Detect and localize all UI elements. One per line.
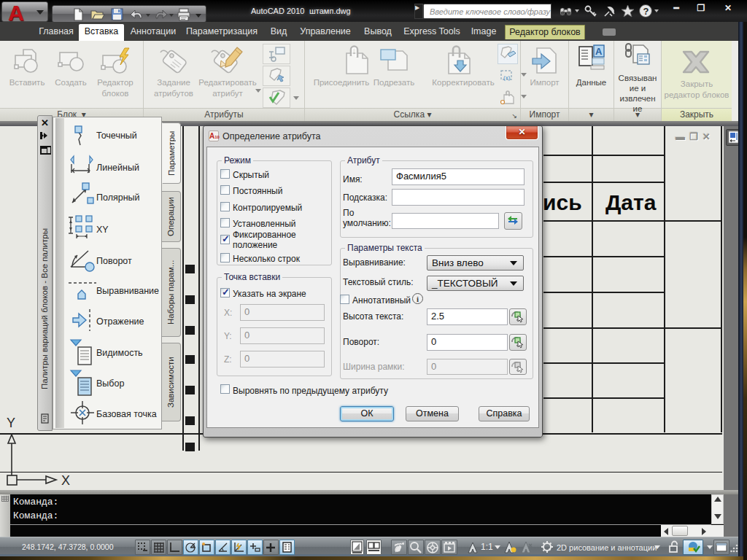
svg-text:A: A <box>595 46 603 57</box>
svg-text:?: ? <box>643 6 649 17</box>
svg-text:(x): (x) <box>503 74 511 81</box>
svg-text:X: X <box>61 473 70 487</box>
svg-text:Y: Y <box>7 416 15 430</box>
